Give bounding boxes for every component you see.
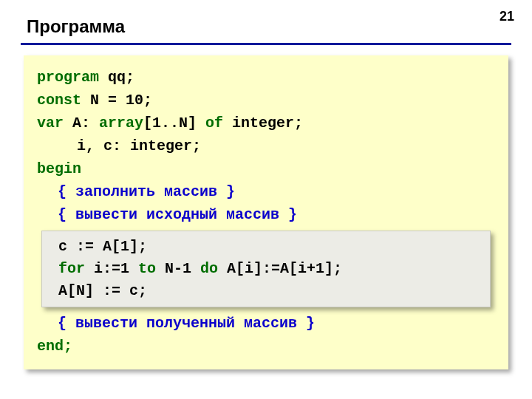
code-line: end; xyxy=(37,335,495,358)
code-text: N-1 xyxy=(156,260,200,277)
kw-const: const xyxy=(37,92,81,109)
code-text: [1..N] xyxy=(143,115,205,132)
code-comment: { заполнить массив } xyxy=(37,180,495,203)
kw-array: array xyxy=(99,115,143,132)
code-line: program qq; xyxy=(37,66,495,89)
title-underline xyxy=(21,43,511,45)
kw-do: do xyxy=(200,260,218,277)
code-text: A[i]:=A[i+1]; xyxy=(218,260,342,277)
kw-begin: begin xyxy=(37,160,81,177)
kw-var: var xyxy=(37,115,64,132)
kw-program: program xyxy=(37,69,99,86)
kw-to: to xyxy=(138,260,156,277)
code-line: c := A[1]; xyxy=(58,236,480,258)
kw-for: for xyxy=(58,260,85,277)
code-line: const N = 10; xyxy=(37,89,495,112)
code-text: qq; xyxy=(99,69,134,86)
code-text: i:=1 xyxy=(85,260,138,277)
inner-code-box: c := A[1]; for i:=1 to N-1 do A[i]:=A[i+… xyxy=(41,231,491,307)
code-comment: { вывести полученный массив } xyxy=(37,312,495,335)
kw-of: of xyxy=(205,115,223,132)
kw-end: end; xyxy=(37,338,72,355)
code-line: A[N] := c; xyxy=(58,280,480,302)
code-line: begin xyxy=(37,157,495,180)
slide-title: Программа xyxy=(0,0,532,37)
code-text: integer; xyxy=(223,115,303,132)
page-number: 21 xyxy=(499,9,514,24)
code-text: N = 10; xyxy=(81,92,152,109)
code-text: A: xyxy=(64,115,99,132)
code-block: program qq; const N = 10; var A: array[1… xyxy=(24,55,508,369)
code-comment: { вывести исходный массив } xyxy=(37,203,495,226)
code-line: var A: array[1..N] of integer; xyxy=(37,112,495,134)
code-line: i, c: integer; xyxy=(37,134,495,157)
code-line: for i:=1 to N-1 do A[i]:=A[i+1]; xyxy=(58,258,480,280)
